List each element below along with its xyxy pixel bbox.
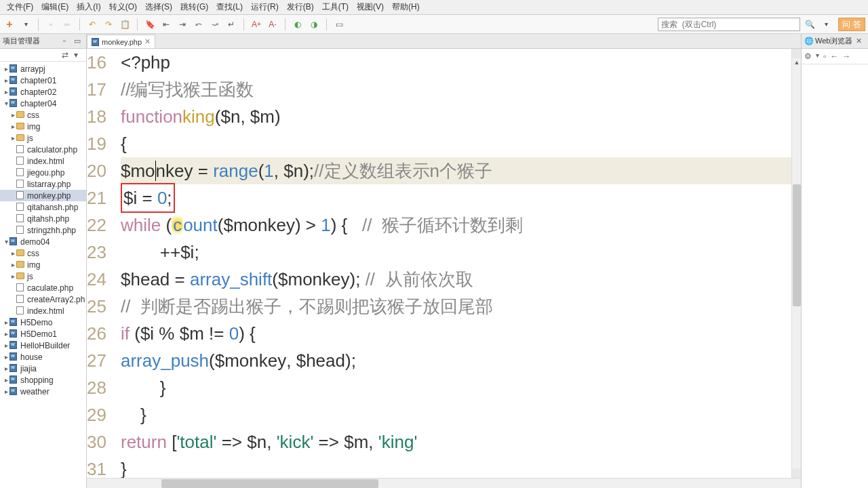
project-tree[interactable]: ▸arraypj▸chapter01▸chapter02▾chapter04▸c… bbox=[0, 62, 86, 488]
code-line[interactable]: } bbox=[121, 401, 801, 428]
ask-button[interactable]: 问 答 bbox=[838, 18, 865, 31]
tree-node[interactable]: stringzhh.php bbox=[0, 224, 86, 236]
tree-node[interactable]: ▸js bbox=[0, 132, 86, 144]
tree-node[interactable]: ▸HelloHBuilder bbox=[0, 340, 86, 351]
new-icon[interactable]: + bbox=[3, 18, 16, 31]
search-dropdown-icon[interactable]: ▾ bbox=[819, 18, 833, 31]
theme1-icon[interactable]: ◐ bbox=[291, 18, 304, 31]
menu-item[interactable]: 编辑(E) bbox=[37, 0, 73, 14]
browser-icon[interactable]: ▭ bbox=[332, 18, 346, 31]
code-line[interactable]: $head = array_shift($monkey); // 从前依次取 bbox=[121, 266, 801, 293]
code-line[interactable]: ++$i; bbox=[121, 239, 801, 266]
save-icon[interactable]: ▫ bbox=[44, 18, 58, 31]
code-line[interactable]: } bbox=[121, 374, 801, 401]
horizontal-scrollbar[interactable] bbox=[87, 478, 801, 488]
undo-icon[interactable]: ↶ bbox=[85, 18, 99, 31]
paste-icon[interactable]: 📋 bbox=[118, 18, 132, 31]
tree-node[interactable]: ▸house bbox=[0, 351, 86, 363]
tree-node[interactable]: ▸css bbox=[0, 247, 86, 259]
tree-node[interactable]: ▸arraypj bbox=[0, 63, 86, 75]
code-line[interactable]: //编写找猴王函数 bbox=[121, 76, 801, 103]
code-line[interactable]: // 判断是否踢出猴子，不踢则把该猴子放回尾部 bbox=[121, 293, 801, 320]
save-all-icon[interactable]: ▫▫ bbox=[60, 18, 74, 31]
close-icon[interactable]: ✕ bbox=[144, 37, 151, 46]
file-icon bbox=[16, 226, 26, 235]
tree-node[interactable]: jiegou.php bbox=[0, 167, 86, 178]
gear-icon[interactable]: ⚙ bbox=[804, 52, 812, 61]
nav-fwd-icon[interactable]: ⤻ bbox=[208, 18, 222, 31]
tree-node[interactable]: ▾chapter04 bbox=[0, 98, 86, 109]
code-line[interactable]: while (count($monkey) > 1) { // 猴子循环计数到剩 bbox=[121, 211, 801, 239]
view-menu-icon[interactable]: ▾ bbox=[74, 50, 83, 60]
menu-item[interactable]: 帮助(H) bbox=[388, 0, 424, 14]
hscroll-thumb[interactable] bbox=[161, 479, 378, 488]
back-icon[interactable]: ← bbox=[830, 52, 838, 61]
tree-node[interactable]: ▸chapter02 bbox=[0, 86, 86, 98]
menu-item[interactable]: 运行(R) bbox=[247, 0, 283, 14]
code-line[interactable]: { bbox=[121, 130, 801, 157]
indent-icon[interactable]: ⇥ bbox=[176, 18, 189, 31]
tree-node[interactable]: qitahsh.php bbox=[0, 213, 86, 224]
search-input[interactable] bbox=[658, 18, 800, 31]
font-smaller-icon[interactable]: A- bbox=[266, 18, 279, 31]
menu-item[interactable]: 查找(L) bbox=[212, 0, 247, 14]
code-line[interactable]: $monkey = range(1, $n);//定义数组表示n个猴子 bbox=[121, 157, 801, 184]
minimize-icon[interactable]: ▭ bbox=[74, 37, 83, 46]
tree-node[interactable]: caculate.php bbox=[0, 282, 86, 293]
menu-item[interactable]: 工具(T) bbox=[318, 0, 353, 14]
redo-icon[interactable]: ↷ bbox=[102, 18, 115, 31]
menu-item[interactable]: 转义(O) bbox=[105, 0, 141, 14]
tree-node[interactable]: ▸H5Demo bbox=[0, 317, 86, 328]
tree-node[interactable]: listarray.php bbox=[0, 178, 86, 190]
forward-icon[interactable]: → bbox=[842, 52, 850, 61]
tree-node[interactable]: monkey.php bbox=[0, 190, 86, 201]
search-icon[interactable]: 🔍 bbox=[803, 18, 816, 31]
code-line[interactable]: <?php bbox=[121, 49, 801, 76]
menu-item[interactable]: 跳转(G) bbox=[176, 0, 212, 14]
code-line[interactable]: array_push($monkey, $head); bbox=[121, 347, 801, 374]
menu-item[interactable]: 选择(S) bbox=[141, 0, 176, 14]
vertical-scrollbar[interactable]: ▲ ▼ bbox=[791, 49, 801, 478]
bookmark-icon[interactable]: 🔖 bbox=[143, 18, 157, 31]
tree-node[interactable]: ▸jiajia bbox=[0, 363, 86, 374]
scroll-up-icon[interactable]: ▲ bbox=[792, 49, 801, 58]
menu-item[interactable]: 视图(V) bbox=[353, 0, 388, 14]
line-number: 16 bbox=[87, 49, 114, 76]
code-line[interactable]: function king($n, $m) bbox=[121, 103, 801, 130]
tree-node[interactable]: ▾demo04 bbox=[0, 236, 86, 247]
code-line[interactable]: if ($i % $m != 0) { bbox=[121, 320, 801, 347]
theme2-icon[interactable]: ◑ bbox=[307, 18, 321, 31]
tree-node[interactable]: createArray2.ph bbox=[0, 293, 86, 305]
tree-node[interactable]: ▸js bbox=[0, 270, 86, 282]
tree-node[interactable]: calculator.php bbox=[0, 144, 86, 155]
popout-icon[interactable]: ▫ bbox=[823, 52, 826, 61]
link-editor-icon[interactable]: ⇄ bbox=[62, 50, 71, 60]
menu-item[interactable]: 文件(F) bbox=[3, 0, 37, 14]
menu-item[interactable]: 发行(B) bbox=[283, 0, 318, 14]
browser-close-icon[interactable]: ✕ bbox=[856, 37, 865, 46]
tree-node[interactable]: ▸img bbox=[0, 121, 86, 132]
new-dropdown-icon[interactable]: ▾ bbox=[19, 18, 33, 31]
tree-node[interactable]: qitahansh.php bbox=[0, 201, 86, 213]
tree-node[interactable]: ▸css bbox=[0, 109, 86, 121]
tree-node[interactable]: ▸weather bbox=[0, 386, 86, 397]
tree-node[interactable]: ▸chapter01 bbox=[0, 75, 86, 86]
code-line[interactable]: $i = 0; bbox=[121, 184, 801, 211]
font-larger-icon[interactable]: A+ bbox=[250, 18, 263, 31]
tree-node[interactable]: ▸shopping bbox=[0, 374, 86, 386]
scroll-thumb[interactable] bbox=[793, 184, 801, 306]
code-line[interactable]: } bbox=[121, 455, 801, 478]
code-editor[interactable]: 1617181920212223242526272829303132 <?php… bbox=[87, 49, 801, 478]
nav-back-icon[interactable]: ⤺ bbox=[192, 18, 205, 31]
menu-item[interactable]: 插入(I) bbox=[73, 0, 104, 14]
tree-node[interactable]: index.html bbox=[0, 305, 86, 317]
wrap-icon[interactable]: ↵ bbox=[224, 18, 238, 31]
tree-node[interactable]: ▸img bbox=[0, 259, 86, 270]
scroll-down-icon[interactable]: ▼ bbox=[792, 468, 801, 478]
collapse-icon[interactable]: ▫ bbox=[63, 37, 73, 46]
outdent-icon[interactable]: ⇤ bbox=[159, 18, 173, 31]
code-line[interactable]: return ['total' => $n, 'kick' => $m, 'ki… bbox=[121, 428, 801, 455]
tree-node[interactable]: index.html bbox=[0, 155, 86, 167]
tab-monkey-php[interactable]: monkey.php ✕ bbox=[87, 35, 155, 48]
tree-node[interactable]: ▸H5Demo1 bbox=[0, 328, 86, 340]
